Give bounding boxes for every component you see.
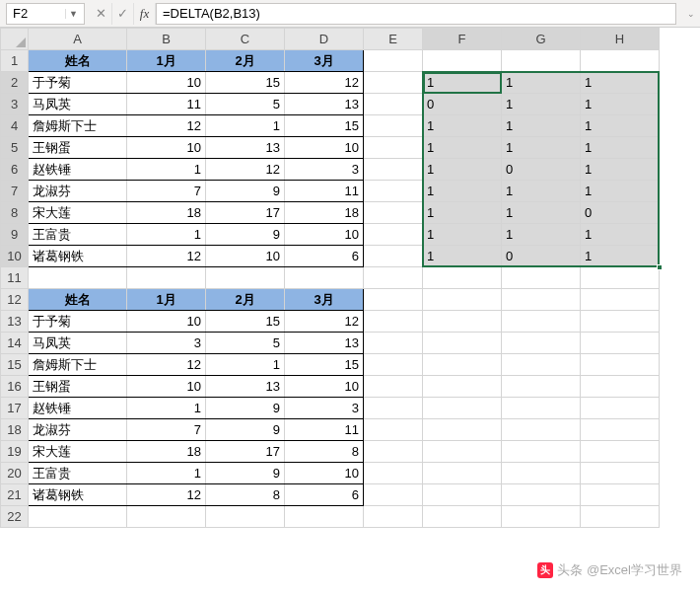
row-header-5[interactable]: 5 (1, 137, 29, 159)
t2-name[interactable]: 赵铁锤 (29, 398, 127, 419)
col-header-E[interactable]: E (364, 29, 423, 50)
t2-val[interactable]: 17 (206, 441, 285, 463)
t2-name[interactable]: 王富贵 (29, 463, 127, 484)
row-header-2[interactable]: 2 (1, 72, 29, 94)
t1-val[interactable]: 9 (206, 224, 285, 246)
t1-val[interactable]: 1 (127, 224, 206, 246)
cell[interactable] (423, 419, 502, 441)
delta-val[interactable]: 1 (581, 94, 660, 115)
t1-val[interactable]: 10 (285, 137, 364, 159)
t1-val[interactable]: 10 (127, 137, 206, 159)
cell[interactable] (364, 72, 423, 94)
t2-val[interactable]: 9 (206, 463, 285, 484)
t2-header[interactable]: 2月 (206, 289, 285, 311)
cell[interactable] (285, 267, 364, 289)
t1-name[interactable]: 赵铁锤 (29, 159, 127, 181)
worksheet-grid[interactable]: ABCDEFGH1姓名1月2月3月2于予菊1015121113马凤英115130… (0, 28, 700, 528)
cell[interactable] (581, 484, 660, 506)
row-header-20[interactable]: 20 (1, 463, 29, 484)
cell[interactable] (502, 506, 581, 528)
t2-header[interactable]: 姓名 (29, 289, 127, 311)
cell[interactable] (502, 311, 581, 333)
cell[interactable] (423, 506, 502, 528)
cell[interactable] (502, 50, 581, 72)
cell[interactable] (423, 441, 502, 463)
t1-header[interactable]: 2月 (206, 50, 285, 72)
cell[interactable] (423, 50, 502, 72)
cell[interactable] (502, 354, 581, 376)
cell[interactable] (127, 506, 206, 528)
t2-name[interactable]: 宋大莲 (29, 441, 127, 463)
cell[interactable] (364, 333, 423, 354)
cell[interactable] (502, 441, 581, 463)
t2-name[interactable]: 诸葛钢铁 (29, 484, 127, 506)
cell[interactable] (285, 506, 364, 528)
delta-val[interactable]: 1 (581, 181, 660, 202)
cell[interactable] (423, 398, 502, 419)
t1-header[interactable]: 1月 (127, 50, 206, 72)
cell[interactable] (502, 398, 581, 419)
delta-val[interactable]: 1 (423, 181, 502, 202)
t2-val[interactable]: 3 (285, 398, 364, 419)
row-header-14[interactable]: 14 (1, 333, 29, 354)
cell[interactable] (364, 441, 423, 463)
t1-val[interactable]: 1 (206, 115, 285, 137)
chevron-down-icon[interactable]: ▼ (65, 9, 78, 19)
cell[interactable] (206, 506, 285, 528)
delta-val[interactable]: 0 (423, 94, 502, 115)
t1-header[interactable]: 姓名 (29, 50, 127, 72)
t2-val[interactable]: 10 (285, 376, 364, 398)
t1-name[interactable]: 王钢蛋 (29, 137, 127, 159)
t1-val[interactable]: 12 (206, 159, 285, 181)
cell[interactable] (581, 354, 660, 376)
t1-val[interactable]: 13 (285, 94, 364, 115)
t1-val[interactable]: 15 (285, 115, 364, 137)
delta-val[interactable]: 1 (502, 115, 581, 137)
t1-val[interactable]: 10 (127, 72, 206, 94)
t1-name[interactable]: 龙淑芬 (29, 181, 127, 202)
t1-val[interactable]: 13 (206, 137, 285, 159)
row-header-18[interactable]: 18 (1, 419, 29, 441)
delta-val[interactable]: 1 (581, 246, 660, 267)
t2-val[interactable]: 8 (206, 484, 285, 506)
t2-val[interactable]: 10 (127, 376, 206, 398)
cell[interactable] (364, 311, 423, 333)
cell[interactable] (364, 224, 423, 246)
delta-val[interactable]: 1 (423, 159, 502, 181)
delta-val[interactable]: 1 (423, 246, 502, 267)
cell[interactable] (364, 50, 423, 72)
t2-name[interactable]: 龙淑芬 (29, 419, 127, 441)
col-header-H[interactable]: H (581, 29, 660, 50)
name-box[interactable]: F2 ▼ (6, 3, 85, 25)
t1-val[interactable]: 12 (127, 115, 206, 137)
cell[interactable] (364, 376, 423, 398)
cell[interactable] (364, 506, 423, 528)
delta-val[interactable]: 1 (581, 224, 660, 246)
t2-val[interactable]: 1 (127, 463, 206, 484)
delta-val[interactable]: 1 (423, 137, 502, 159)
cell[interactable] (29, 267, 127, 289)
delta-val[interactable]: 1 (502, 202, 581, 224)
t1-val[interactable]: 12 (127, 246, 206, 267)
row-header-21[interactable]: 21 (1, 484, 29, 506)
row-header-16[interactable]: 16 (1, 376, 29, 398)
cell[interactable] (127, 267, 206, 289)
cell[interactable] (581, 376, 660, 398)
t1-val[interactable]: 5 (206, 94, 285, 115)
t2-val[interactable]: 11 (285, 419, 364, 441)
t1-val[interactable]: 3 (285, 159, 364, 181)
t1-val[interactable]: 9 (206, 181, 285, 202)
cell[interactable] (502, 289, 581, 311)
t1-header[interactable]: 3月 (285, 50, 364, 72)
t1-name[interactable]: 马凤英 (29, 94, 127, 115)
t1-name[interactable]: 宋大莲 (29, 202, 127, 224)
t2-val[interactable]: 7 (127, 419, 206, 441)
fx-icon[interactable]: fx (134, 3, 156, 25)
col-header-B[interactable]: B (127, 29, 206, 50)
t2-val[interactable]: 12 (127, 484, 206, 506)
t2-val[interactable]: 1 (127, 398, 206, 419)
cell[interactable] (581, 398, 660, 419)
delta-val[interactable]: 1 (423, 224, 502, 246)
cell[interactable] (423, 289, 502, 311)
delta-val[interactable]: 1 (423, 115, 502, 137)
